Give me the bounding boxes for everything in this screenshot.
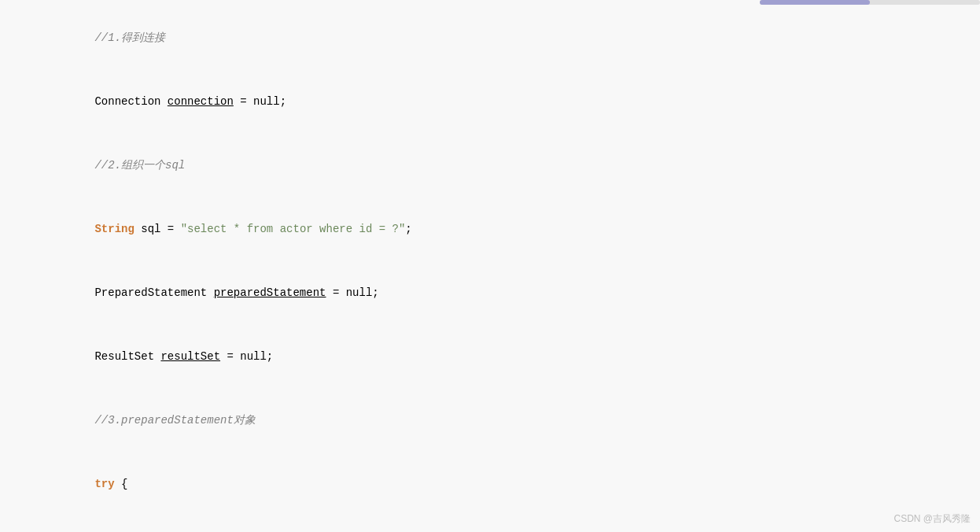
code-line: //3.preparedStatement对象 <box>47 389 980 453</box>
code-line: PreparedStatement preparedStatement = nu… <box>47 261 980 325</box>
comment-text: //1.得到连接 <box>94 31 165 44</box>
watermark: CSDN @吉风秀隆 <box>893 512 971 526</box>
code-line: Connection connection = null; <box>47 70 980 134</box>
code-line: ResultSet resultSet = null; <box>47 325 980 389</box>
code-line: try { <box>47 453 980 516</box>
code-editor: //1.得到连接 Connection connection = null; /… <box>0 0 980 532</box>
code-content: //1.得到连接 Connection connection = null; /… <box>0 0 980 532</box>
code-line: String sql = "select * from actor where … <box>47 198 980 261</box>
code-line: connection = JDBCUtils.getConnection(); <box>47 516 980 532</box>
code-line: //1.得到连接 <box>47 6 980 70</box>
code-line: //2.组织一个sql <box>47 134 980 198</box>
